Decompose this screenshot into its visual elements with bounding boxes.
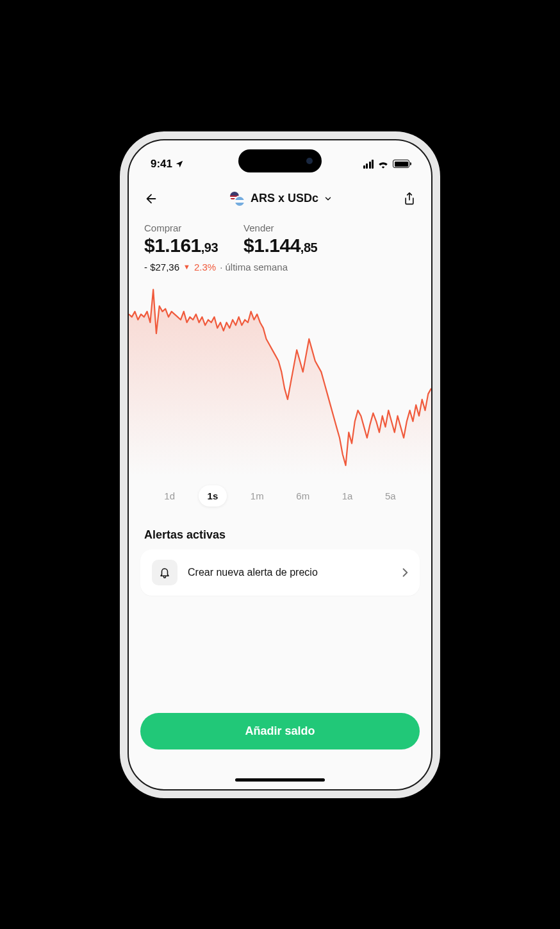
wifi-icon xyxy=(377,160,389,169)
price-summary: Comprar $1.161,93 Vender $1.144,85 xyxy=(129,213,431,256)
price-delta: - $27,36 ▼ 2.3% · última semana xyxy=(129,256,431,272)
home-indicator xyxy=(235,778,325,782)
battery-icon xyxy=(393,160,409,168)
range-tab-5a[interactable]: 5a xyxy=(376,485,405,506)
bell-icon xyxy=(152,560,177,585)
add-balance-button[interactable]: Añadir saldo xyxy=(140,713,420,749)
create-alert-label: Crear nueva alerta de precio xyxy=(188,567,391,578)
location-icon xyxy=(175,160,184,169)
chevron-right-icon xyxy=(402,567,408,578)
range-tab-1d[interactable]: 1d xyxy=(155,485,184,506)
status-time: 9:41 xyxy=(151,158,172,171)
pair-flags-icon xyxy=(229,190,245,207)
dynamic-island xyxy=(238,149,322,172)
triangle-down-icon: ▼ xyxy=(183,263,190,271)
range-tab-1a[interactable]: 1a xyxy=(333,485,362,506)
range-tab-1m[interactable]: 1m xyxy=(242,485,273,506)
delta-amount: - $27,36 xyxy=(144,262,179,272)
create-alert-button[interactable]: Crear nueva alerta de precio xyxy=(140,549,420,596)
share-icon xyxy=(403,192,416,206)
delta-period: · última semana xyxy=(220,262,288,272)
chevron-down-icon xyxy=(324,194,333,203)
pair-label: ARS x USDc xyxy=(251,192,318,205)
buy-price: $1.161,93 xyxy=(144,235,218,256)
pair-selector[interactable]: ARS x USDc xyxy=(229,190,333,207)
price-chart[interactable] xyxy=(129,284,431,476)
sell-label: Vender xyxy=(243,222,317,233)
header: ARS x USDc xyxy=(129,176,431,213)
sell-price: $1.144,85 xyxy=(243,235,317,256)
delta-percent: 2.3% xyxy=(194,262,216,272)
cellular-icon xyxy=(363,160,374,169)
phone-frame: 9:41 ARS x USDc xyxy=(120,131,440,798)
alerts-title: Alertas activas xyxy=(129,506,431,549)
buy-label: Comprar xyxy=(144,222,218,233)
arrow-left-icon xyxy=(144,192,158,206)
range-tab-6m[interactable]: 6m xyxy=(287,485,318,506)
range-tab-1s[interactable]: 1s xyxy=(199,485,227,506)
range-tabs: 1d1s1m6m1a5a xyxy=(129,476,431,506)
share-button[interactable] xyxy=(403,192,416,206)
back-button[interactable] xyxy=(144,192,158,206)
screen: 9:41 ARS x USDc xyxy=(128,139,432,791)
